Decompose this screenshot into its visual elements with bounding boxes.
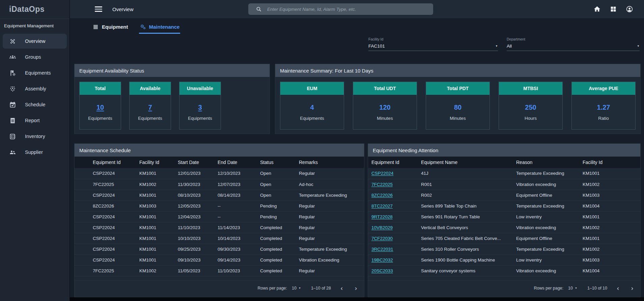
department-label: Department xyxy=(507,37,640,41)
cell-equipment-name: R001 xyxy=(421,179,516,190)
summary-panel-title: Maintenance Summary: For Last 10 Days xyxy=(275,64,640,77)
hamburger-menu-icon[interactable] xyxy=(95,6,102,12)
stat-value: 120 xyxy=(379,104,390,111)
schedule-table-row[interactable]: CSP22024 KM1001 10/10/2023 10/14/2023 Co… xyxy=(75,233,364,244)
stat-value-link[interactable]: 10 xyxy=(96,104,104,111)
sidebar-item-label: Assembly xyxy=(25,86,46,91)
facility-id-select[interactable]: Facility Id FAC101 ▼ xyxy=(368,37,498,51)
stat-card-header: Total PDT xyxy=(426,82,489,95)
cell-end-date: 12/07/2023 xyxy=(218,179,260,190)
schedule-table-row[interactable]: CSP22024 KM1001 09/25/2023 09/30/2023 Co… xyxy=(75,244,364,254)
attention-table-row: 19BC2032 Series 1900 Bottle Capping Mach… xyxy=(368,254,640,265)
cell-facility-id: KM1001 xyxy=(139,222,178,233)
stat-unit: Equipments xyxy=(300,116,324,121)
schedule-table-row[interactable]: 7FC22025 KM1002 11/30/2023 12/07/2023 Op… xyxy=(75,179,364,190)
search-input[interactable] xyxy=(267,7,427,12)
sidebar-item-equipments[interactable]: Equipments xyxy=(3,65,67,80)
equipment-id-link[interactable]: 20SC2033 xyxy=(371,268,393,273)
schedule-table-row[interactable]: CSP22024 KM1001 11/10/2023 11/14/2023 Co… xyxy=(75,222,364,233)
stat-value-link[interactable]: 7 xyxy=(148,104,152,111)
attention-table-row: 20SC2033 Sanitary conveyor systems Vibra… xyxy=(368,265,640,276)
equipment-id-link[interactable]: 8ZC22026 xyxy=(371,193,393,198)
cell-equipment-name: Series 901 Rotary Turn Table xyxy=(421,211,516,222)
equipment-id-link[interactable]: 19BC2032 xyxy=(371,257,393,263)
sidebar-item-label: Report xyxy=(25,118,40,123)
sidebar-item-overview[interactable]: Overview xyxy=(3,34,67,49)
equipment-id-link[interactable]: 9RT22028 xyxy=(371,214,393,219)
equipment-id-link[interactable]: 7FC22025 xyxy=(371,182,393,187)
cell-status: Completed xyxy=(260,265,299,276)
sidebar-item-groups[interactable]: Groups xyxy=(3,50,67,64)
sidebar-item-report[interactable]: Report xyxy=(3,113,67,128)
rows-per-page-select[interactable]: 10 ▼ xyxy=(568,286,577,291)
logo-block: iDataOps xyxy=(0,0,69,19)
cell-reason: Vibration exceeding xyxy=(516,265,583,276)
cell-remarks: Vibration Exceeding xyxy=(299,254,364,265)
previous-page-button[interactable]: ‹ xyxy=(338,285,345,291)
tab-equipment[interactable]: Equipment xyxy=(92,21,129,34)
equipment-id-link[interactable]: CSP22024 xyxy=(371,171,393,176)
cell-equipment-id: 10VB2029 xyxy=(368,222,421,233)
attention-table-row: 9RT22028 Series 901 Rotary Turn Table Lo… xyxy=(368,211,640,222)
stat-unit: Minutes xyxy=(450,116,466,121)
schedule-table-row[interactable]: CSP22024 KM1001 09/10/2023 09/14/2023 Co… xyxy=(75,254,364,265)
next-page-button[interactable]: › xyxy=(353,285,359,291)
equipment-id-link[interactable]: 10VB2029 xyxy=(371,225,393,230)
cell-facility-id: KM1002 xyxy=(139,179,178,190)
cell-facility-id: KM1001 xyxy=(139,168,178,179)
stat-value: 1.27 xyxy=(597,104,610,111)
schedule-table-row[interactable]: CSP22024 KM1001 12/01/2023 12/10/2023 Op… xyxy=(75,168,364,179)
stat-card-header: Total xyxy=(80,82,121,95)
cell-reason: Temperature Exceeding xyxy=(516,168,583,179)
maintenance-summary-panel: Maintenance Summary: For Last 10 Days EU… xyxy=(275,64,641,134)
report-icon xyxy=(9,117,16,124)
schedule-table-row[interactable]: 8ZC22026 KM1003 12/05/2023 -- Pending Re… xyxy=(75,200,364,211)
schedule-table-row[interactable]: CSP22024 KM1001 12/04/2023 -- Pending Re… xyxy=(75,211,364,222)
attention-table-row: 3RC22031 Series 310 Roller Conveyors Tem… xyxy=(368,244,640,254)
home-icon[interactable] xyxy=(593,5,601,13)
cell-remarks: Regular xyxy=(299,222,364,233)
sidebar-item-supplier[interactable]: Supplier xyxy=(3,145,67,160)
account-icon[interactable] xyxy=(626,5,633,13)
sidebar-item-inventory[interactable]: Inventory xyxy=(3,129,67,144)
summary-cards: EUM 4 Equipments Total UDT 120 Minutes xyxy=(275,77,640,130)
stat-value-link[interactable]: 3 xyxy=(198,104,202,111)
stat-card-total: Total 10 Equipments xyxy=(79,82,121,130)
cell-status: Completed xyxy=(260,254,299,265)
equipment-id-link[interactable]: 8TC22027 xyxy=(371,203,393,209)
cell-remarks: Temperature Exceeding xyxy=(299,190,364,200)
cell-status: Completed xyxy=(260,244,299,254)
rows-per-page-select[interactable]: 10 ▼ xyxy=(292,286,301,291)
attention-table-row: CSP22024 41J Temperature Exceeding KM100… xyxy=(368,168,640,179)
cell-remarks: Regular xyxy=(299,168,364,179)
sidebar-item-schedule[interactable]: Schedule xyxy=(3,97,67,112)
equipment-id-link[interactable]: 3RC22031 xyxy=(371,247,393,252)
department-select[interactable]: Department All ▼ xyxy=(507,37,640,51)
next-page-button[interactable]: › xyxy=(629,285,636,291)
cell-equipment-name: Vertical Belt Conveyors xyxy=(421,222,516,233)
cell-end-date: 09/14/2023 xyxy=(218,254,260,265)
apps-grid-icon[interactable] xyxy=(610,5,617,13)
schedule-table-row[interactable]: 7FC22025 KM1002 11/05/2023 11/10/2023 Co… xyxy=(75,265,364,276)
attention-table-row: 7FC22025 R001 Vibration exceeding KM1002 xyxy=(368,179,640,190)
attention-table-row: 10VB2029 Vertical Belt Conveyors Vibrati… xyxy=(368,222,640,233)
sidebar-item-label: Schedule xyxy=(25,102,45,107)
column-header: Reason xyxy=(516,157,583,168)
stat-value: 80 xyxy=(454,104,461,111)
cell-equipment-id: CSP22024 xyxy=(368,168,421,179)
stat-card-mtbsi: MTBSI 250 Hours xyxy=(499,82,563,130)
cell-equipment-id: 8TC22027 xyxy=(368,200,421,211)
cell-reason: Low inventry xyxy=(516,211,583,222)
previous-page-button[interactable]: ‹ xyxy=(615,285,621,291)
tab-maintenance[interactable]: Maintenance xyxy=(139,21,180,34)
equipment-id-link[interactable]: 7CF22030 xyxy=(371,236,393,241)
cell-equipment-id: CSP22024 xyxy=(75,190,139,200)
cell-facility-id: KM1001 xyxy=(139,244,178,254)
maintenance-schedule-table: Equipment IdFacility IdStart DateEnd Dat… xyxy=(75,157,364,276)
list-icon xyxy=(92,24,99,30)
stat-card-header: Average PUE xyxy=(572,82,635,95)
schedule-table-row[interactable]: CSP22024 KM1001 08/10/2023 08/14/2023 Op… xyxy=(75,190,364,200)
sidebar-item-assembly[interactable]: Assembly xyxy=(3,81,67,96)
cell-reason: Equipment Offline xyxy=(516,233,583,244)
cell-facility-id: KM1001 xyxy=(583,211,640,222)
